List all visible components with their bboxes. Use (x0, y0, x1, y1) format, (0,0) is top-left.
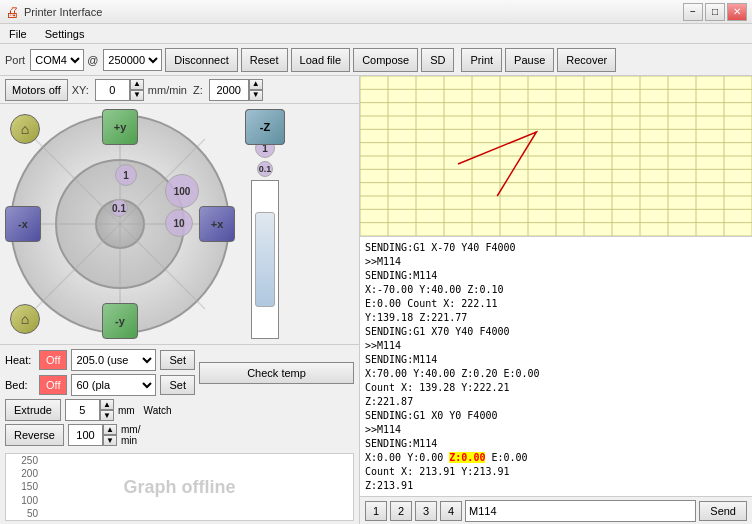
load-file-button[interactable]: Load file (291, 48, 351, 72)
reverse-spin-down[interactable]: ▼ (103, 435, 117, 446)
sd-button[interactable]: SD (421, 48, 454, 72)
extrude-unit: mm (118, 405, 135, 416)
jog-y-neg-button[interactable]: -y (102, 303, 138, 339)
step-01-badge[interactable]: 0.1 (110, 199, 128, 217)
home-bl-button[interactable]: ⌂ (10, 304, 40, 334)
step-1-badge[interactable]: 1 (115, 164, 137, 186)
graph-y-250: 250 (21, 455, 38, 466)
graph-y-200: 200 (21, 468, 38, 479)
minimize-button[interactable]: − (683, 3, 703, 21)
bed-label: Bed: (5, 379, 35, 391)
reverse-unit: mm/min (121, 424, 140, 446)
xy-spin-down[interactable]: ▼ (130, 90, 144, 101)
window-controls: − □ ✕ (683, 3, 747, 21)
menu-file[interactable]: File (5, 27, 31, 41)
jog-x-neg-button[interactable]: -x (5, 206, 41, 242)
main-content: Motors off XY: ▲ ▼ mm/min Z: ▲ ▼ (0, 76, 752, 524)
jog-x-pos-button[interactable]: +x (199, 206, 235, 242)
motors-off-button[interactable]: Motors off (5, 79, 68, 101)
dial-crosshair (10, 114, 230, 334)
menu-settings[interactable]: Settings (41, 27, 89, 41)
page-4-button[interactable]: 4 (440, 501, 462, 521)
print-button[interactable]: Print (461, 48, 502, 72)
jog-y-pos-button[interactable]: +y (102, 109, 138, 145)
extrude-input-group: ▲ ▼ (65, 399, 114, 421)
reverse-row: Reverse ▲ ▼ mm/min (5, 424, 354, 446)
extrude-spin-buttons: ▲ ▼ (100, 399, 114, 421)
send-button[interactable]: Send (699, 501, 747, 521)
grid-svg: // Will be generated below (360, 76, 752, 236)
log-line: SENDING:G1 X70 Y40 F4000 (365, 325, 747, 339)
heat-label: Heat: (5, 354, 35, 366)
heat-value-select[interactable]: 205.0 (use (71, 349, 156, 371)
compose-button[interactable]: Compose (353, 48, 418, 72)
reverse-button[interactable]: Reverse (5, 424, 64, 446)
z-axis-controls: +Z 10 1 0.1 -Z (240, 109, 290, 339)
close-button[interactable]: ✕ (727, 3, 747, 21)
pause-button[interactable]: Pause (505, 48, 554, 72)
recover-button[interactable]: Recover (557, 48, 616, 72)
home-tl-button[interactable]: ⌂ (10, 114, 40, 144)
z-spin-down[interactable]: ▼ (249, 90, 263, 101)
z-slider[interactable] (251, 180, 279, 339)
log-line: Count X: 139.28 Y:222.21 (365, 381, 747, 395)
z-input[interactable] (209, 79, 249, 101)
reverse-spin-buttons: ▲ ▼ (103, 424, 117, 446)
log-area[interactable]: X:0.00 Y:-80.00 Z:0.10 E:0.00Count X: 22… (360, 236, 752, 496)
xy-spin-up[interactable]: ▲ (130, 79, 144, 90)
check-temp-button[interactable]: Check temp (199, 362, 354, 384)
step-100-badge[interactable]: 100 (165, 174, 199, 208)
window-title: Printer Interface (24, 6, 102, 18)
reverse-spin-up[interactable]: ▲ (103, 424, 117, 435)
log-line: E:0.00 Count X: 222.11 (365, 297, 747, 311)
app-icon: 🖨 (5, 4, 19, 20)
log-line: SENDING:M114 (365, 353, 747, 367)
z-slider-thumb (255, 212, 275, 306)
log-line: X:-70.00 Y:40.00 Z:0.10 (365, 283, 747, 297)
graph-y-50: 50 (27, 508, 38, 519)
step-10-badge[interactable]: 10 (165, 209, 193, 237)
bed-value-select[interactable]: 60 (pla (71, 374, 156, 396)
log-line: Count X: 213.91 Y:213.91 (365, 465, 747, 479)
log-line: >>M114 (365, 339, 747, 353)
extrude-input[interactable] (65, 399, 100, 421)
z-neg-button[interactable]: -Z (245, 109, 285, 145)
menu-bar: File Settings (0, 24, 752, 44)
page-1-button[interactable]: 1 (365, 501, 387, 521)
extrude-button[interactable]: Extrude (5, 399, 61, 421)
disconnect-button[interactable]: Disconnect (165, 48, 237, 72)
heat-controls: Heat: Off 205.0 (use Set Bed: Off 60 (pl… (5, 349, 195, 396)
port-select[interactable]: COM4 (30, 49, 84, 71)
log-line: >>M114 (365, 255, 747, 269)
heat-set-button[interactable]: Set (160, 350, 195, 370)
z-spin-up[interactable]: ▲ (249, 79, 263, 90)
log-line: Z:213.91 (365, 479, 747, 493)
graph-offline-label: Graph offline (124, 477, 236, 498)
graph-y-150: 150 (21, 481, 38, 492)
reverse-input[interactable] (68, 424, 103, 446)
jog-dial: +y -y -x +x ⌂ ⌂ 100 10 1 0.1 (5, 109, 235, 339)
heat-off-button[interactable]: Off (39, 350, 67, 370)
heat-row: Heat: Off 205.0 (use Set Bed: Off 60 (pl… (5, 349, 354, 396)
bed-off-button[interactable]: Off (39, 375, 67, 395)
heat-extruder-row: Heat: Off 205.0 (use Set (5, 349, 195, 371)
baud-select[interactable]: 250000 (103, 49, 162, 71)
page-3-button[interactable]: 3 (415, 501, 437, 521)
title-bar-left: 🖨 Printer Interface (5, 4, 102, 20)
bed-set-button[interactable]: Set (160, 375, 195, 395)
maximize-button[interactable]: □ (705, 3, 725, 21)
reverse-input-group: ▲ ▼ (68, 424, 117, 446)
page-2-button[interactable]: 2 (390, 501, 412, 521)
xy-label: XY: (72, 84, 89, 96)
jog-area: +y -y -x +x ⌂ ⌂ 100 10 1 0.1 +Z 10 1 0.1 (0, 104, 359, 344)
extrude-spin-down[interactable]: ▼ (100, 410, 114, 421)
xy-input[interactable] (95, 79, 130, 101)
extrude-spin-up[interactable]: ▲ (100, 399, 114, 410)
left-panel: Motors off XY: ▲ ▼ mm/min Z: ▲ ▼ (0, 76, 360, 524)
xy-input-group: ▲ ▼ (95, 79, 144, 101)
z-step-01-badge[interactable]: 0.1 (257, 161, 273, 177)
z-label: Z: (193, 84, 203, 96)
reset-button[interactable]: Reset (241, 48, 288, 72)
log-line: Y:139.18 Z:221.77 (365, 311, 747, 325)
command-input[interactable] (465, 500, 696, 522)
